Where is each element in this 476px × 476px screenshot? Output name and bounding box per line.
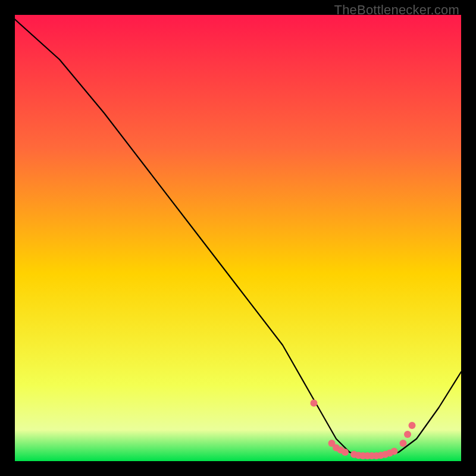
bottleneck-chart <box>15 15 461 461</box>
marker-dot <box>342 449 349 456</box>
marker-dot <box>409 422 416 429</box>
marker-dot <box>404 431 411 438</box>
marker-dot <box>391 448 398 455</box>
marker-dot <box>311 400 318 407</box>
chart-frame: TheBottlenecker.com <box>0 0 476 476</box>
gradient-background <box>15 15 461 461</box>
marker-dot <box>400 440 407 447</box>
